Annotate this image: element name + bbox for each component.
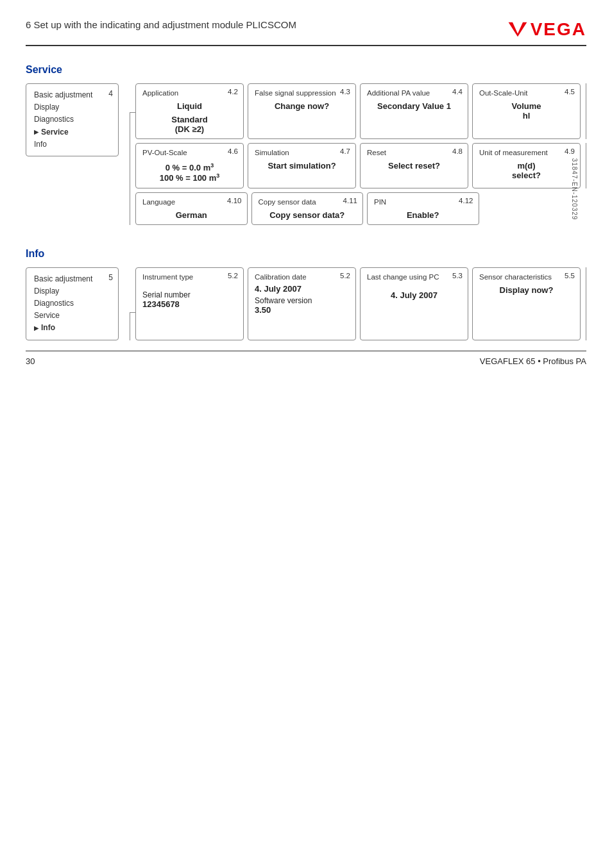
- info-card-instrument-type: Instrument type 5.2 Serial number 123456…: [135, 267, 244, 340]
- service-row3-spacer: [483, 192, 581, 225]
- service-menu-number: 4: [108, 88, 113, 100]
- service-card-false-signal: False signal suppression 4.3 Change now?: [248, 83, 356, 139]
- service-menu-diagnostics: Diagnostics: [34, 113, 110, 126]
- info-card-calibration-date: Calibration date 5.2 4. July 2007 Softwa…: [248, 267, 356, 340]
- service-card-unit-measurement: Unit of measurement 4.9 m(d) select?: [472, 143, 581, 188]
- service-card-pin: PIN 4.12 Enable?: [367, 192, 479, 225]
- outer-line-info-r1: [584, 267, 586, 340]
- info-card-last-change: Last change using PC 5.3 4. July 2007: [360, 267, 468, 340]
- service-section: Service 4 Basic adjustment Display Diagn…: [26, 64, 586, 225]
- info-menu-display: Display: [34, 285, 110, 297]
- outer-line-r2: [584, 143, 586, 188]
- service-menu-service: Service: [34, 126, 110, 138]
- service-card-copy-sensor: Copy sensor data 4.11 Copy sensor data?: [251, 192, 364, 225]
- service-menu-info: Info: [34, 138, 110, 151]
- info-menu-number: 5: [108, 272, 113, 284]
- service-card-additional-pa: Additional PA value 4.4 Secondary Value …: [360, 83, 468, 139]
- service-menu-display: Display: [34, 101, 110, 113]
- service-card-language: Language 4.10 German: [135, 192, 248, 225]
- info-card-sensor-characteristics: Sensor characteristics 5.5 Display now?: [472, 267, 581, 340]
- service-row-3: Language 4.10 German Copy sensor data 4.…: [135, 192, 586, 225]
- vega-logo: VEGA: [507, 19, 586, 40]
- service-card-simulation: Simulation 4.7 Start simulation?: [248, 143, 356, 188]
- page-footer: 30 VEGAFLEX 65 • Profibus PA: [26, 351, 586, 366]
- service-menu-basic: Basic adjustment: [34, 89, 110, 101]
- info-menu-basic: Basic adjustment: [34, 273, 110, 285]
- header-title: 6 Set up with the indicating and adjustm…: [26, 19, 296, 30]
- vega-logo-icon: [507, 19, 528, 40]
- outer-line-r1: [584, 83, 586, 139]
- info-menu-box: 5 Basic adjustment Display Diagnostics S…: [26, 267, 119, 340]
- info-menu-diagnostics: Diagnostics: [34, 297, 110, 310]
- outer-line-r3-spacer: [584, 192, 586, 225]
- service-row-1: Application 4.2 Liquid Standard (DK ≥2) …: [135, 83, 586, 139]
- page-header: 6 Set up with the indicating and adjustm…: [26, 19, 586, 46]
- info-section: Info 5 Basic adjustment Display Diagnost…: [26, 248, 586, 340]
- side-label: 31847-EN-120329: [571, 158, 578, 221]
- page-number: 30: [26, 356, 35, 366]
- service-title: Service: [26, 64, 586, 76]
- info-row-1: Instrument type 5.2 Serial number 123456…: [135, 267, 586, 340]
- vega-logo-text: VEGA: [531, 19, 586, 40]
- product-name: VEGAFLEX 65 • Profibus PA: [480, 356, 586, 366]
- service-card-out-scale-unit: Out-Scale-Unit 4.5 Volume hl: [472, 83, 581, 139]
- info-menu-service: Service: [34, 310, 110, 322]
- service-menu-box: 4 Basic adjustment Display Diagnostics S…: [26, 83, 119, 156]
- service-card-pv-out-scale: PV-Out-Scale 4.6 0 % = 0.0 m3 100 % = 10…: [135, 143, 244, 188]
- service-card-reset: Reset 4.8 Select reset?: [360, 143, 468, 188]
- svg-marker-0: [508, 22, 527, 37]
- service-card-application: Application 4.2 Liquid Standard (DK ≥2): [135, 83, 244, 139]
- service-row-2: PV-Out-Scale 4.6 0 % = 0.0 m3 100 % = 10…: [135, 143, 586, 188]
- info-title: Info: [26, 248, 586, 260]
- info-menu-info: Info: [34, 322, 110, 334]
